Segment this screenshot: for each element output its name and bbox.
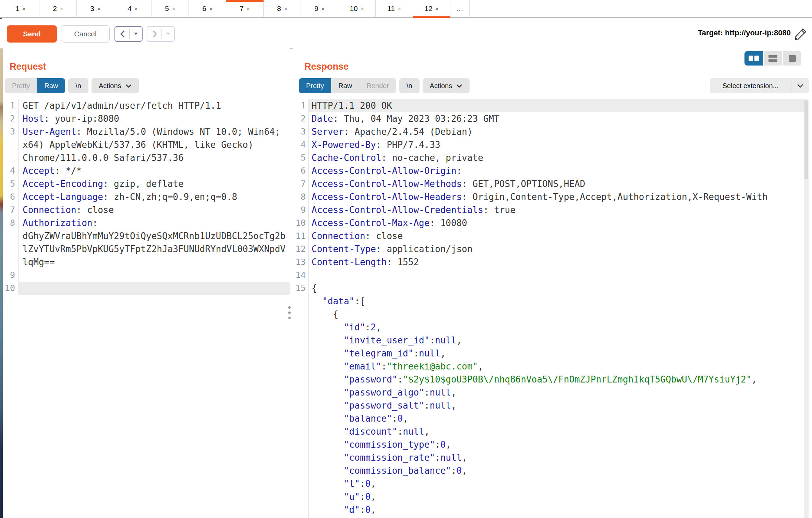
repeater-tab-7[interactable]: 7× [226, 0, 264, 17]
tab-label: 2 [53, 4, 57, 13]
request-tab-newline[interactable]: \n [68, 78, 88, 93]
edit-target-pencil-icon[interactable] [793, 26, 809, 41]
response-line-text: Server: Apache/2.4.54 (Debian) [309, 125, 804, 138]
request-line: 7Connection: close [3, 203, 290, 216]
line-number: 6 [293, 164, 309, 177]
layout-rows-button[interactable] [764, 51, 782, 66]
line-number [293, 373, 309, 386]
close-tab-icon[interactable]: × [209, 6, 213, 12]
response-line: "transfer_enable":0, [293, 516, 804, 518]
response-line-text: Cache-Control: no-cache, private [309, 151, 804, 164]
response-line: "d":0, [293, 503, 804, 516]
tab-label: 6 [202, 4, 206, 13]
line-number: 9 [3, 269, 19, 282]
splitter-dot [288, 306, 291, 309]
request-line: 9 [3, 269, 290, 282]
close-tab-icon[interactable]: × [97, 6, 100, 12]
request-line-text: Accept: */* [19, 164, 290, 177]
line-number: 7 [3, 203, 19, 216]
response-line-text: "d":0, [309, 503, 804, 516]
cancel-button[interactable]: Cancel [61, 25, 110, 43]
request-line: lqMg== [3, 256, 290, 269]
repeater-tab-11[interactable]: 11× [376, 0, 413, 17]
layout-columns-button[interactable] [744, 51, 763, 66]
request-line-text: User-Agent: Mozilla/5.0 (Windows NT 10.0… [19, 125, 290, 138]
line-number: 7 [293, 177, 309, 190]
request-tab-pretty[interactable]: Pretty [5, 78, 37, 93]
response-scrollbar[interactable] [804, 99, 809, 518]
repeater-tab-6[interactable]: 6× [189, 0, 226, 17]
response-line: 7Access-Control-Allow-Methods: GET,POST,… [293, 177, 804, 190]
repeater-tab-9[interactable]: 9× [301, 0, 338, 17]
select-extension-dropdown[interactable]: Select extension... [710, 78, 809, 93]
tab-label: 11 [387, 4, 395, 13]
close-tab-icon[interactable]: × [247, 6, 250, 12]
layout-single-button[interactable] [783, 51, 801, 66]
burp-repeater-window: 1×2×3×4×5×6×7×8×9×10×11×12×... Send Canc… [0, 0, 812, 518]
repeater-tab-1[interactable]: 1× [2, 0, 39, 17]
response-line-text [309, 269, 804, 282]
repeater-tab-10[interactable]: 10× [338, 0, 376, 17]
response-tab-render[interactable]: Render [359, 78, 396, 93]
line-number [3, 151, 19, 164]
repeater-tab-3[interactable]: 3× [77, 0, 114, 17]
splitter-handle[interactable] [288, 306, 291, 319]
more-tabs-button[interactable]: ... [450, 0, 470, 17]
scrollbar-thumb[interactable] [804, 101, 808, 179]
response-tab-newline[interactable]: \n [399, 78, 420, 93]
close-tab-icon[interactable]: × [135, 6, 138, 12]
response-actions-button[interactable]: Actions [423, 78, 470, 93]
request-line-text: GET /api/v1/admin/user/fetch HTTP/1.1 [19, 99, 290, 112]
back-button[interactable] [114, 26, 143, 42]
send-button[interactable]: Send [7, 25, 57, 43]
response-tab-raw[interactable]: Raw [331, 78, 359, 93]
response-line-text: Access-Control-Allow-Methods: GET,POST,O… [309, 177, 804, 190]
request-tab-raw[interactable]: Raw [37, 78, 65, 93]
close-tab-icon[interactable]: × [322, 6, 325, 12]
response-line: 1HTTP/1.1 200 OK [293, 99, 804, 112]
response-line-text: "t":0, [309, 477, 804, 490]
response-editor[interactable]: 1HTTP/1.1 200 OK2Date: Thu, 04 May 2023 … [293, 99, 804, 518]
request-editor[interactable]: 1GET /api/v1/admin/user/fetch HTTP/1.12H… [3, 99, 290, 518]
line-number [293, 425, 309, 438]
close-tab-icon[interactable]: × [172, 6, 175, 12]
repeater-tab-5[interactable]: 5× [152, 0, 189, 17]
request-line: 6Accept-Language: zh-CN,zh;q=0.9,en;q=0.… [3, 190, 290, 203]
close-tab-icon[interactable]: × [398, 6, 401, 12]
tab-label: 9 [314, 4, 318, 13]
repeater-tab-4[interactable]: 4× [114, 0, 152, 17]
line-number [293, 451, 309, 464]
chevron-down-icon [456, 84, 462, 88]
line-number [293, 347, 309, 360]
request-line: 4Accept: */* [3, 164, 290, 177]
response-line-text: Access-Control-Max-Age: 10080 [309, 216, 804, 229]
repeater-tab-12[interactable]: 12× [413, 0, 450, 17]
response-line: 9Access-Control-Allow-Credentials: true [293, 203, 804, 216]
line-number: 15 [293, 282, 309, 295]
response-line: "telegram_id":null, [293, 347, 804, 360]
close-tab-icon[interactable]: × [436, 6, 439, 12]
line-number: 12 [293, 243, 309, 256]
request-line: dGhyZWVraUBhYmMuY29tOiQyeSQxMCRnb1UzUDBC… [3, 229, 290, 243]
close-tab-icon[interactable]: × [284, 6, 287, 12]
close-tab-icon[interactable]: × [60, 6, 63, 12]
tab-label: 5 [165, 4, 169, 13]
layout-switcher [744, 51, 801, 66]
forward-button[interactable] [147, 26, 175, 42]
response-line-text: Access-Control-Allow-Credentials: true [309, 203, 804, 216]
more-tabs-label: ... [456, 4, 463, 13]
repeater-tab-8[interactable]: 8× [264, 0, 301, 17]
response-line: "password":"$2y$10$goU3P0B\/nhq86nVoa5\/… [293, 373, 804, 386]
line-number [293, 516, 309, 518]
close-tab-icon[interactable]: × [361, 6, 364, 12]
request-actions-button[interactable]: Actions [92, 78, 139, 93]
close-tab-icon[interactable]: × [23, 6, 26, 12]
response-line-text: Access-Control-Allow-Headers: Origin,Con… [309, 190, 804, 203]
repeater-tab-2[interactable]: 2× [39, 0, 77, 17]
response-tab-pretty[interactable]: Pretty [299, 78, 331, 93]
caret-down-icon[interactable] [134, 33, 138, 35]
line-number: 2 [3, 112, 19, 125]
request-line: 5Accept-Encoding: gzip, deflate [3, 177, 290, 190]
background-window-sliver [0, 19, 3, 518]
line-number: 5 [3, 177, 19, 190]
